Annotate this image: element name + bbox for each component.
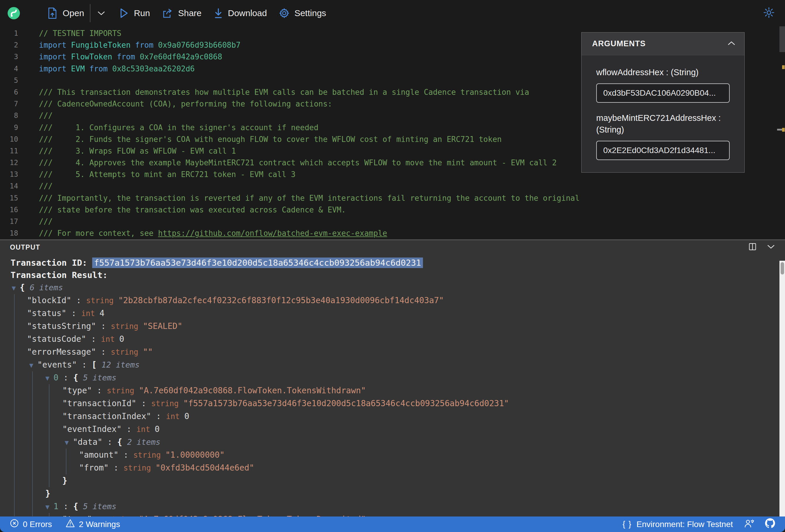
run-button[interactable]: Run	[120, 8, 150, 18]
code-token: FungibleToken	[71, 41, 135, 49]
json-token: "data"	[73, 437, 102, 447]
output-scrollbar[interactable]	[780, 261, 785, 516]
comment-link[interactable]: https://github.com/onflow/batched-evm-ex…	[158, 229, 387, 237]
indent-guide	[32, 397, 33, 410]
share-button[interactable]: Share	[162, 8, 201, 18]
json-token: "0xfd3b4cd50d44e6ed"	[155, 463, 254, 473]
argument-input[interactable]	[596, 83, 730, 103]
transaction-id-label: Transaction ID:	[10, 258, 92, 268]
json-token: 0	[184, 411, 189, 421]
editor-scrollbar[interactable]	[780, 26, 785, 239]
open-dropdown-button[interactable]	[97, 10, 106, 16]
json-token: "blockId"	[27, 296, 71, 305]
open-button[interactable]: Open	[47, 8, 84, 19]
indent-guide	[14, 461, 15, 474]
environment-status[interactable]: { } Environment: Flow Testnet	[623, 520, 733, 529]
json-token: 5 items	[83, 502, 117, 511]
code-token: /// 5. Attempts to mint an ERC721 token …	[39, 170, 296, 179]
code-token: ///	[39, 111, 53, 120]
settings-button[interactable]: Settings	[279, 8, 326, 18]
collapse-toggle[interactable]: ▼	[45, 374, 54, 382]
json-token: string	[107, 515, 139, 517]
json-token: string	[111, 348, 143, 356]
theme-toggle-sun-icon[interactable]	[763, 7, 775, 19]
json-token: :	[58, 373, 73, 382]
indent-guide	[14, 294, 15, 307]
output-row: "transactionId" : string "f557a1573b76aa…	[0, 397, 785, 410]
json-token: {	[20, 283, 30, 292]
code-editor[interactable]: 1// TESTNET IMPORTS2import FungibleToken…	[0, 26, 785, 239]
output-row: "statusString" : string "SEALED"	[0, 320, 785, 333]
indent-guide	[49, 449, 49, 461]
collapse-toggle[interactable]: ▼	[45, 503, 54, 511]
output-row: ▼ 1 : { 5 items	[0, 500, 785, 513]
warnings-label: 2 Warnings	[79, 520, 120, 529]
output-row: ▼ "events" : [ 12 items	[0, 358, 785, 371]
errors-status[interactable]: 0 Errors	[10, 519, 52, 530]
indent-guide	[14, 513, 15, 517]
error-circle-icon	[10, 519, 19, 530]
feedback-person-icon[interactable]	[744, 518, 754, 530]
json-token: string	[124, 463, 156, 472]
run-label: Run	[134, 8, 150, 18]
collapse-toggle[interactable]: ▼	[12, 284, 20, 292]
code-token: /// CadenceOwnedAccount (COA), performin…	[39, 100, 332, 108]
indent-guide	[49, 423, 49, 436]
json-token: 12 items	[102, 360, 140, 369]
output-scrollbar-thumb[interactable]	[781, 262, 784, 275]
output-row: }	[0, 487, 785, 500]
indent-guide	[32, 410, 33, 423]
output-row: "amount" : string "1.00000000"	[0, 449, 785, 461]
collapse-output-chevron-icon[interactable]	[767, 244, 775, 250]
collapse-toggle[interactable]: ▼	[65, 439, 73, 446]
indent-guide	[14, 371, 15, 384]
editor-scrollbar-thumb[interactable]	[780, 26, 785, 52]
github-icon[interactable]	[765, 518, 775, 530]
line-number: 5	[0, 75, 18, 86]
collapse-toggle[interactable]: ▼	[29, 361, 37, 369]
indent-guide	[32, 461, 33, 474]
line-number: 16	[0, 204, 18, 216]
code-token: /// 3. Wraps FLOW as WFLOW - EVM call 1	[39, 147, 236, 155]
download-icon	[214, 8, 223, 19]
split-panel-icon[interactable]	[749, 243, 756, 252]
argument-input[interactable]	[596, 141, 730, 160]
indent-guide	[66, 449, 67, 461]
selection-marker	[777, 129, 782, 130]
indent-guide	[14, 307, 15, 320]
indent-guide	[66, 461, 67, 474]
indent-guide	[14, 358, 15, 371]
run-icon	[120, 8, 128, 18]
indent-guide	[14, 500, 15, 513]
indent-guide	[49, 513, 49, 517]
download-button[interactable]: Download	[214, 8, 267, 19]
json-token: :	[136, 399, 151, 408]
code-token: FlowToken	[71, 52, 117, 61]
code-token: 0x8c5303eaa26202d6	[112, 65, 195, 73]
code-token: import	[39, 52, 71, 61]
warnings-status[interactable]: 2 Warnings	[66, 519, 120, 530]
result-json-tree: ▼ { 6 items"blockId" : string "2b28cbfb8…	[0, 281, 785, 517]
chevron-up-icon[interactable]	[727, 41, 736, 47]
output-row: "errorMessage" : string ""	[0, 346, 785, 358]
output-row: "from" : string "0xfd3b4cd50d44e6ed"	[0, 461, 785, 474]
json-token: "statusString"	[27, 321, 96, 331]
argument-field-label: wflowAddressHex : (String)	[596, 67, 730, 78]
output-row: "type" : string "A.7e60df042a9c0868.Flow…	[0, 384, 785, 397]
code-token: 0x9a0766d93b6608b7	[158, 41, 240, 49]
json-token: "status"	[27, 308, 67, 318]
line-number: 11	[0, 145, 18, 157]
indent-guide	[32, 371, 33, 384]
line-number: 15	[0, 192, 18, 204]
indent-guide	[49, 436, 49, 449]
line-number: 7	[0, 98, 18, 110]
json-token: 5 items	[83, 373, 117, 382]
json-token: {	[117, 437, 127, 447]
code-line: 15/// Importantly, the transaction is re…	[0, 192, 785, 204]
code-token: from	[89, 65, 112, 73]
json-token: string	[107, 386, 139, 395]
line-number: 13	[0, 169, 18, 180]
arguments-panel-header[interactable]: ARGUMENTS	[582, 32, 744, 55]
output-panel: OUTPUT Transaction ID: f557a1573b76aa53e…	[0, 239, 785, 516]
indent-guide	[32, 500, 33, 513]
